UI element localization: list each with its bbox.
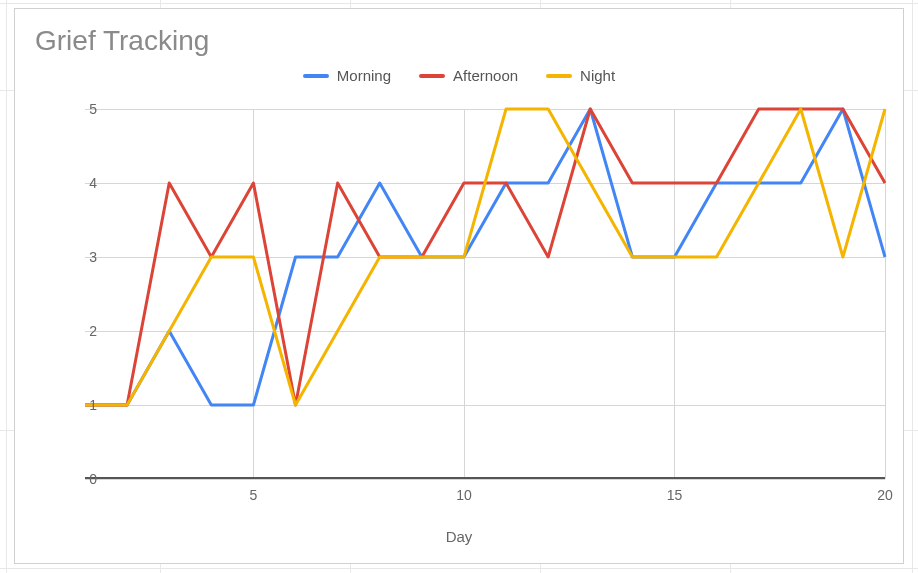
legend: Morning Afternoon Night bbox=[15, 67, 903, 84]
y-tick-label: 0 bbox=[67, 471, 97, 487]
legend-swatch bbox=[546, 74, 572, 78]
series-line-night bbox=[85, 109, 885, 405]
sheet-grid bbox=[6, 0, 7, 573]
series-line-afternoon bbox=[85, 109, 885, 405]
x-axis-label: Day bbox=[15, 528, 903, 545]
y-tick-label: 5 bbox=[67, 101, 97, 117]
legend-swatch bbox=[419, 74, 445, 78]
y-tick-label: 1 bbox=[67, 397, 97, 413]
gridline-h bbox=[85, 479, 885, 480]
chart-title: Grief Tracking bbox=[35, 25, 209, 57]
y-tick-label: 2 bbox=[67, 323, 97, 339]
chart-container[interactable]: Grief Tracking Morning Afternoon Night 0… bbox=[14, 8, 904, 564]
series-line-morning bbox=[85, 109, 885, 405]
legend-label: Afternoon bbox=[453, 67, 518, 84]
y-tick-label: 3 bbox=[67, 249, 97, 265]
legend-swatch bbox=[303, 74, 329, 78]
plot-area bbox=[85, 109, 885, 479]
x-tick-label: 5 bbox=[250, 487, 258, 503]
legend-item-afternoon[interactable]: Afternoon bbox=[419, 67, 518, 84]
sheet-grid bbox=[0, 3, 918, 4]
gridline-v bbox=[885, 109, 886, 479]
x-tick-label: 20 bbox=[877, 487, 893, 503]
sheet-grid bbox=[912, 0, 913, 573]
legend-label: Morning bbox=[337, 67, 391, 84]
x-tick-label: 15 bbox=[667, 487, 683, 503]
chart-lines bbox=[85, 109, 885, 479]
y-tick-label: 4 bbox=[67, 175, 97, 191]
x-tick-label: 10 bbox=[456, 487, 472, 503]
legend-label: Night bbox=[580, 67, 615, 84]
sheet-grid bbox=[0, 568, 918, 569]
legend-item-morning[interactable]: Morning bbox=[303, 67, 391, 84]
legend-item-night[interactable]: Night bbox=[546, 67, 615, 84]
